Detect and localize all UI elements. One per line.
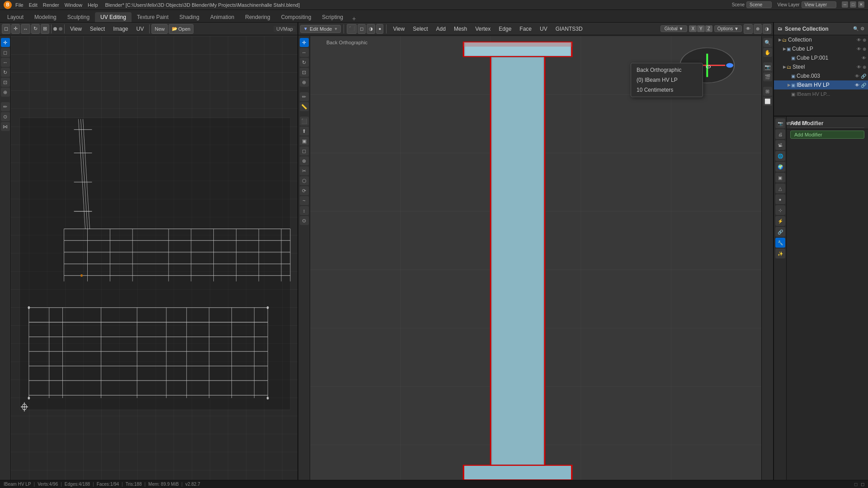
mesh-menu-3d[interactable]: Mesh (450, 25, 471, 33)
axis-x-btn[interactable]: X (689, 25, 697, 32)
3d-tool-measure[interactable]: 📏 (300, 102, 309, 111)
prop-tab-view-layer[interactable]: 📽 (775, 140, 785, 150)
uv-tool-cursor[interactable]: ✛ (1, 38, 10, 47)
prop-tab-scene[interactable]: 🌐 (775, 151, 785, 161)
view3d-canvas-area[interactable]: ⊙ Back Orthographic (310, 36, 761, 480)
viewport-solid-btn[interactable]: ⬛ (347, 24, 357, 34)
menu-file[interactable]: File (15, 2, 24, 8)
prop-tab-object[interactable]: ▣ (775, 173, 785, 183)
image-menu-uv[interactable]: Image (109, 25, 132, 33)
3d-tool-move[interactable]: ↔ (300, 48, 309, 57)
menu-help[interactable]: Help (88, 2, 98, 8)
prop-tab-shaderfx[interactable]: ✨ (775, 249, 785, 258)
viewport-render-btn[interactable]: ● (376, 24, 383, 34)
3d-tool-loop-cut[interactable]: ⊗ (300, 156, 309, 165)
close-button[interactable]: ✕ (858, 1, 864, 8)
uv-tool-rip[interactable]: ⊙ (1, 112, 10, 121)
select-menu-uv[interactable]: Select (86, 25, 108, 33)
tab-sculpting[interactable]: Sculpting (62, 12, 95, 22)
3d-overlay-btn[interactable]: 👁 (744, 24, 753, 34)
giants3d-menu[interactable]: GIANTS3D (552, 25, 586, 33)
vertex-menu-3d[interactable]: Vertex (472, 25, 494, 33)
axis-z-btn[interactable]: Z (705, 25, 712, 32)
uv-tool-move[interactable]: ↔ (1, 58, 10, 67)
uv-select-box-tool[interactable]: ◻ (2, 24, 10, 34)
outliner-item-cube-lp[interactable]: ▶ ▣ Cube LP 👁 ⊕ (774, 44, 868, 53)
tab-rendering[interactable]: Rendering (240, 12, 275, 22)
tab-layout[interactable]: Layout (2, 12, 29, 22)
menu-window[interactable]: Window (65, 2, 82, 8)
prop-tab-material[interactable]: ● (775, 194, 785, 204)
3d-tool-inset[interactable]: ▣ (300, 136, 309, 145)
3d-tool-transform[interactable]: ⊕ (300, 78, 309, 87)
collection-sel-icon[interactable]: ⊕ (863, 38, 866, 42)
maximize-button[interactable]: □ (850, 1, 856, 8)
3d-tool-bevel[interactable]: ◻ (300, 146, 309, 155)
steel-sel-icon[interactable]: ⊕ (863, 65, 866, 70)
tab-shading[interactable]: Shading (174, 12, 205, 22)
outliner-settings-btn[interactable]: ⚙ (860, 26, 864, 31)
3d-tool-scale[interactable]: ⊡ (300, 68, 309, 77)
3d-tool-shrink[interactable]: ⊙ (300, 216, 309, 225)
3d-tool-add-cube[interactable]: ⬛ (300, 117, 309, 126)
prop-tab-render[interactable]: 📷 (775, 118, 785, 128)
cube003-vis-icon[interactable]: 👁 (855, 74, 859, 79)
view-menu-uv[interactable]: View (66, 25, 85, 33)
steel-vis-icon[interactable]: 👁 (857, 65, 861, 70)
transform-global-select[interactable]: Global ▼ (660, 25, 688, 32)
uv-tool-stitch[interactable]: ⋈ (1, 122, 10, 131)
3d-tool-cursor[interactable]: ✛ (300, 38, 309, 47)
3d-right-move[interactable]: ✋ (763, 48, 772, 57)
tab-texture-paint[interactable]: Texture Paint (132, 12, 174, 22)
viewport-material-btn[interactable]: ◑ (367, 24, 375, 34)
3d-tool-annotate[interactable]: ✏ (300, 92, 309, 101)
uv-tool-rotate[interactable]: ↻ (1, 68, 10, 77)
collection-vis-icon[interactable]: 👁 (857, 38, 861, 42)
prop-tab-output[interactable]: 🖨 (775, 129, 785, 139)
uv-tool-scale[interactable]: ⊡ (1, 78, 10, 87)
view-menu-3d[interactable]: View (389, 25, 408, 33)
uv-canvas[interactable] (11, 36, 297, 480)
outliner-item-cube003[interactable]: ▶ ▣ Cube.003 👁 🔗 (774, 71, 868, 80)
tab-uv-editing[interactable]: UV Editing (95, 12, 132, 22)
ctx-10cm[interactable]: 10 Centimeters (631, 85, 703, 95)
uv-move-tool[interactable]: ↔ (21, 24, 30, 34)
3d-right-orto[interactable]: ⬜ (763, 97, 772, 106)
3d-shading-btn[interactable]: ◑ (763, 24, 771, 34)
ctx-back-ortho[interactable]: Back Orthographic (631, 65, 703, 75)
3d-tool-smooth[interactable]: ~ (300, 196, 309, 205)
edge-menu-3d[interactable]: Edge (495, 25, 515, 33)
cube-lp-sel-icon[interactable]: ⊕ (863, 47, 866, 52)
uv-snap-icon[interactable] (59, 27, 62, 31)
outliner-item-collection[interactable]: ▶ 🗂 Collection 👁 ⊕ (774, 35, 868, 44)
scene-select[interactable]: Scene (746, 1, 772, 8)
minimize-button[interactable]: ─ (842, 1, 848, 8)
edit-mode-select[interactable]: ▼ Edit Mode ▼ (300, 25, 341, 33)
ibeam-constraints-icon[interactable]: 🔗 (861, 83, 866, 88)
ibeam-vis-icon[interactable]: 👁 (855, 83, 859, 88)
3d-gizmo-btn[interactable]: ⊕ (754, 24, 762, 34)
tab-compositing[interactable]: Compositing (276, 12, 317, 22)
viewport-wire-btn[interactable]: ◻ (358, 24, 366, 34)
cube003-constraints-icon[interactable]: 🔗 (861, 74, 866, 79)
3d-tool-rotate[interactable]: ↻ (300, 58, 309, 67)
uv-menu-3d[interactable]: UV (536, 25, 551, 33)
3d-tool-knife[interactable]: ✂ (300, 166, 309, 175)
add-workspace-button[interactable]: + (352, 15, 356, 22)
outliner-item-ibeam[interactable]: ▶ ▣ IBeam HV LP 👁 🔗 (774, 80, 868, 89)
3d-right-grid[interactable]: ⊞ (763, 87, 772, 96)
prop-tab-particles[interactable]: ⊹ (775, 205, 785, 215)
outliner-item-partial[interactable]: ▣ IBeam HV LP... (774, 89, 868, 99)
uv-pivot-icon[interactable] (53, 27, 57, 31)
select-menu-3d[interactable]: Select (409, 25, 431, 33)
3d-right-render[interactable]: 🎬 (763, 72, 772, 81)
uv-menu[interactable]: UV (133, 25, 148, 33)
uv-tool-annotate[interactable]: ✏ (1, 102, 10, 111)
outliner-filter-btn[interactable]: 🔍 (853, 26, 859, 31)
prop-tab-mesh[interactable]: △ (775, 183, 785, 193)
menu-render[interactable]: Render (43, 2, 59, 8)
3d-tool-spin[interactable]: ⟳ (300, 186, 309, 195)
3d-tool-poly-build[interactable]: ⬡ (300, 176, 309, 185)
face-menu-3d[interactable]: Face (516, 25, 535, 33)
options-btn[interactable]: Options ▼ (714, 25, 742, 32)
